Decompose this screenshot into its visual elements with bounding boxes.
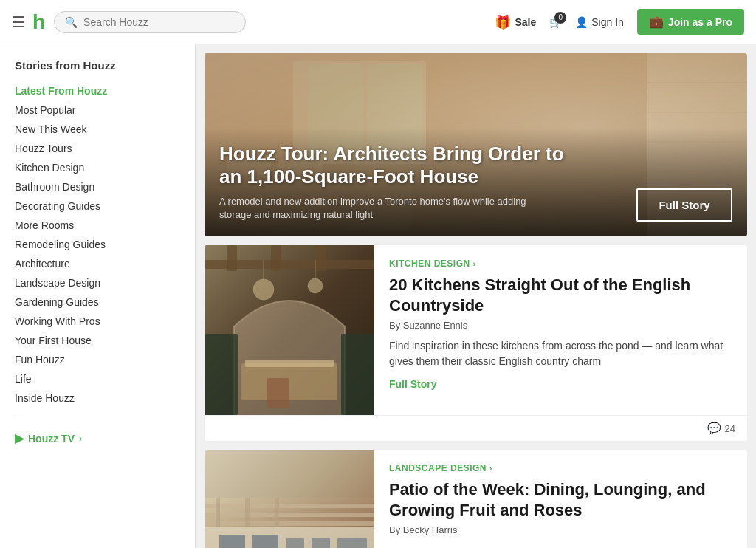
sidebar-link-architecture[interactable]: Architecture (15, 255, 183, 273)
chevron-right-icon: › (79, 434, 82, 444)
sidebar-link-kitchen[interactable]: Kitchen Design (15, 159, 183, 177)
article-thumbnail-landscape (205, 450, 374, 548)
full-story-link-kitchen[interactable]: Full Story (389, 378, 437, 390)
user-icon: 👤 (575, 16, 588, 28)
article-body-kitchen: KITCHEN DESIGN › 20 Kitchens Straight Ou… (374, 245, 747, 415)
svg-rect-30 (205, 521, 374, 526)
sidebar-link-rooms[interactable]: More Rooms (15, 216, 183, 234)
join-pro-button[interactable]: 💼 Join as a Pro (637, 9, 744, 35)
briefcase-icon: 💼 (649, 15, 664, 29)
houzz-tv-link[interactable]: ▶ Houzz TV › (15, 431, 183, 445)
svg-rect-21 (341, 334, 374, 415)
sidebar-link-remodeling[interactable]: Remodeling Guides (15, 236, 183, 253)
sidebar-item-firsthouse[interactable]: Your First House (15, 332, 183, 349)
svg-point-23 (253, 279, 274, 300)
search-icon: 🔍 (65, 16, 78, 28)
sidebar-link-new[interactable]: New This Week (15, 120, 183, 138)
search-bar-container: 🔍 (54, 11, 246, 33)
sidebar-item-remodeling[interactable]: Remodeling Guides (15, 236, 183, 253)
svg-rect-29 (205, 513, 374, 517)
hero-description: A remodel and new addition improve a Tor… (219, 195, 559, 222)
sidebar-item-popular[interactable]: Most Popular (15, 101, 183, 119)
sidebar-divider (15, 419, 183, 419)
sidebar-link-life[interactable]: Life (15, 370, 183, 388)
sidebar-link-decorating[interactable]: Decorating Guides (15, 197, 183, 215)
sidebar-link-bathroom[interactable]: Bathroom Design (15, 178, 183, 196)
main-layout: Stories from Houzz Latest From Houzz Mos… (0, 44, 756, 548)
svg-rect-20 (205, 334, 238, 415)
sidebar-item-rooms[interactable]: More Rooms (15, 216, 183, 234)
article-body-landscape: LANDSCAPE DESIGN › Patio of the Week: Di… (374, 450, 747, 548)
svg-rect-35 (219, 535, 245, 548)
article-footer-kitchen: 💬 24 (205, 415, 747, 441)
cart-badge: 0 (554, 12, 566, 24)
sidebar-link-fun[interactable]: Fun Houzz (15, 351, 183, 369)
hero-title: Houzz Tour: Architects Bring Order to an… (219, 143, 588, 188)
comment-icon: 💬 (707, 422, 721, 435)
article-category-landscape[interactable]: LANDSCAPE DESIGN › (389, 463, 732, 473)
sidebar-item-new[interactable]: New This Week (15, 120, 183, 138)
main-content: Houzz Tour: Architects Bring Order to an… (196, 44, 756, 548)
article-card-kitchen: KITCHEN DESIGN › 20 Kitchens Straight Ou… (205, 245, 747, 441)
sidebar-item-decorating[interactable]: Decorating Guides (15, 197, 183, 215)
hero-full-story-button[interactable]: Full Story (636, 188, 732, 222)
article-author-landscape: By Becky Harris (389, 524, 732, 535)
sidebar-item-kitchen[interactable]: Kitchen Design (15, 159, 183, 177)
comment-number: 24 (725, 423, 735, 434)
sidebar-link-pros[interactable]: Working With Pros (15, 312, 183, 330)
search-input[interactable] (83, 16, 235, 28)
join-pro-label: Join as a Pro (668, 16, 732, 28)
sidebar-item-inside[interactable]: Inside Houzz (15, 389, 183, 407)
header-right: 🎁 Sale 🛒 0 👤 Sign In 💼 Join as a Pro (495, 9, 744, 35)
header: ☰ h 🔍 🎁 Sale 🛒 0 👤 Sign In 💼 Join as a P… (0, 0, 756, 44)
article-card-inner: KITCHEN DESIGN › 20 Kitchens Straight Ou… (205, 245, 747, 415)
comment-count-kitchen[interactable]: 💬 24 (707, 422, 735, 435)
article-author-kitchen: By Suzanne Ennis (389, 320, 732, 331)
article-excerpt-kitchen: Find inspiration in these kitchens from … (389, 338, 732, 369)
sale-button[interactable]: 🎁 Sale (495, 14, 536, 30)
sidebar-item-landscape[interactable]: Landscape Design (15, 274, 183, 292)
svg-point-24 (308, 278, 323, 293)
sidebar-link-firsthouse[interactable]: Your First House (15, 332, 183, 349)
sidebar-link-latest[interactable]: Latest From Houzz (15, 82, 183, 100)
sidebar-link-tours[interactable]: Houzz Tours (15, 140, 183, 157)
article-category-kitchen[interactable]: KITCHEN DESIGN › (389, 258, 732, 269)
svg-rect-15 (227, 245, 237, 271)
svg-rect-39 (337, 538, 367, 548)
gift-icon: 🎁 (495, 14, 511, 30)
sidebar-link-inside[interactable]: Inside Houzz (15, 389, 183, 407)
sidebar-link-landscape[interactable]: Landscape Design (15, 274, 183, 292)
cart-button[interactable]: 🛒 0 (549, 16, 562, 28)
svg-rect-19 (245, 360, 334, 367)
sidebar-link-gardening[interactable]: Gardening Guides (15, 293, 183, 311)
sidebar-link-popular[interactable]: Most Popular (15, 101, 183, 119)
houzz-logo[interactable]: h (32, 10, 45, 34)
sidebar-item-latest[interactable]: Latest From Houzz (15, 82, 183, 100)
kitchen-art (205, 245, 374, 415)
houzz-tv-label: Houzz TV (28, 433, 75, 445)
play-icon: ▶ (15, 431, 24, 445)
svg-rect-17 (315, 245, 326, 271)
sidebar-item-architecture[interactable]: Architecture (15, 255, 183, 273)
sale-label: Sale (515, 16, 536, 28)
sidebar-title: Stories from Houzz (15, 59, 183, 72)
sign-in-label: Sign In (591, 16, 624, 28)
sidebar-item-pros[interactable]: Working With Pros (15, 312, 183, 330)
svg-rect-22 (267, 378, 289, 408)
article-card-inner-landscape: LANDSCAPE DESIGN › Patio of the Week: Di… (205, 450, 747, 548)
sidebar-item-tours[interactable]: Houzz Tours (15, 140, 183, 157)
sidebar-item-life[interactable]: Life (15, 370, 183, 388)
hero-text-block: Houzz Tour: Architects Bring Order to an… (219, 143, 636, 222)
sidebar-item-bathroom[interactable]: Bathroom Design (15, 178, 183, 196)
sidebar-item-gardening[interactable]: Gardening Guides (15, 293, 183, 311)
article-thumbnail-kitchen (205, 245, 374, 415)
article-title-kitchen: 20 Kitchens Straight Out of the English … (389, 275, 732, 315)
svg-rect-36 (252, 535, 278, 548)
svg-rect-38 (312, 538, 330, 548)
category-arrow-icon-landscape: › (489, 464, 492, 473)
sidebar-item-fun[interactable]: Fun Houzz (15, 351, 183, 369)
category-arrow-icon: › (473, 259, 476, 268)
sign-in-button[interactable]: 👤 Sign In (575, 16, 624, 28)
landscape-art (205, 450, 374, 548)
hamburger-icon[interactable]: ☰ (12, 13, 25, 31)
